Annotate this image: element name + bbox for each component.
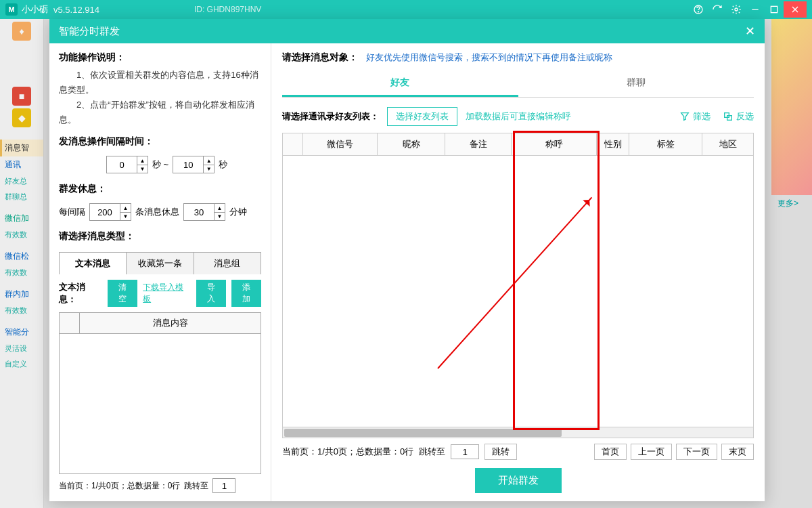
column-tag[interactable]: 标签	[629, 133, 702, 155]
grid-pager: 当前页：1/共0页；总数据量：0行 跳转至 跳转 首页 上一页 下一页 末页	[282, 444, 754, 460]
instruction-line: 2、点击“开始群发”按钮，将自动化群发相应消息。	[59, 98, 261, 127]
column-sex[interactable]: 性别	[597, 133, 629, 155]
column-nickname[interactable]: 昵称	[378, 133, 445, 155]
tab-message-group[interactable]: 消息组	[194, 253, 261, 274]
smart-broadcast-dialog: 智能分时群发 ✕ 功能操作说明： 1、依次设置相关群发的内容信息，支持16种消息…	[49, 19, 765, 501]
add-button[interactable]: 添加	[231, 280, 261, 307]
interval-to-stepper[interactable]: ▲▼	[173, 156, 215, 173]
jump-page-input[interactable]	[451, 444, 479, 459]
message-toolbar: 文本消息： 清空 下载导入模板 导入 添加	[59, 274, 261, 312]
interval-from-input[interactable]	[107, 156, 137, 173]
msg-jump-label: 跳转至	[184, 480, 208, 492]
column-area[interactable]: 地区	[702, 133, 753, 155]
right-panel: 请选择消息对象： 好友优先使用微信号搜索，搜索不到的情况下再使用备注或昵称 好友…	[271, 43, 765, 501]
dialog-header: 智能分时群发 ✕	[49, 19, 765, 43]
checkbox-header[interactable]	[60, 313, 80, 333]
interval-title: 发消息操作间隔时间：	[59, 135, 261, 148]
message-table-body	[60, 334, 261, 473]
seconds-between-label: 秒 ~	[152, 158, 168, 171]
spin-up-icon[interactable]: ▲	[137, 156, 148, 165]
msgtype-title: 请选择消息类型：	[59, 230, 261, 242]
message-pager: 当前页：1/共0页；总数据量：0行 跳转至	[59, 478, 261, 493]
jump-label: 跳转至	[419, 446, 445, 458]
left-panel: 功能操作说明： 1、依次设置相关群发的内容信息，支持16种消息类型。 2、点击“…	[49, 43, 271, 501]
svg-point-1	[698, 12, 698, 12]
invert-select-button[interactable]: 反选	[723, 110, 754, 123]
rest-every-input[interactable]	[90, 204, 120, 220]
message-content-header: 消息内容	[80, 313, 261, 333]
tab-groups[interactable]: 群聊	[518, 70, 754, 97]
rest-title: 群发休息：	[59, 183, 261, 195]
instructions-title: 功能操作说明：	[59, 51, 261, 64]
filter-button[interactable]: 筛选	[679, 110, 710, 123]
app-logo-icon: M	[5, 3, 18, 16]
invert-icon	[723, 111, 734, 122]
rest-sec-stepper[interactable]: ▲▼	[183, 203, 225, 221]
msgtype-tabs: 文本消息 收藏第一条 消息组	[59, 252, 261, 274]
scrollbar-thumb[interactable]	[284, 429, 562, 437]
column-wechat-id[interactable]: 微信号	[303, 133, 378, 155]
first-page-button[interactable]: 首页	[594, 444, 627, 460]
checkbox-column[interactable]	[283, 133, 303, 155]
filter-icon	[679, 111, 690, 122]
interval-to-input[interactable]	[173, 156, 203, 173]
spin-up-icon[interactable]: ▲	[215, 204, 225, 213]
clear-button[interactable]: 清空	[108, 280, 137, 307]
column-call[interactable]: 称呼	[512, 133, 597, 155]
rest-every-stepper[interactable]: ▲▼	[89, 203, 131, 221]
grid-header: 微信号 昵称 备注 称呼 性别 标签 地区	[283, 133, 753, 156]
select-friend-list-button[interactable]: 选择好友列表	[387, 107, 457, 126]
close-dialog-button[interactable]: ✕	[745, 24, 755, 39]
tab-text-message[interactable]: 文本消息	[60, 253, 127, 274]
spin-up-icon[interactable]: ▲	[204, 156, 214, 165]
target-tabs: 好友 群聊	[282, 70, 754, 98]
svg-rect-4	[771, 6, 777, 12]
download-template-link[interactable]: 下载导入模板	[143, 282, 191, 305]
jump-button[interactable]: 跳转	[484, 444, 517, 460]
tab-favorite-first[interactable]: 收藏第一条	[127, 253, 194, 274]
close-window-button[interactable]	[784, 1, 807, 18]
tab-friends[interactable]: 好友	[282, 70, 518, 97]
message-table: 消息内容	[59, 312, 261, 474]
rest-every-label: 每间隔	[59, 206, 85, 218]
after-load-hint: 加载数据后可直接编辑称呼	[466, 110, 571, 123]
maximize-button[interactable]	[765, 1, 784, 18]
text-message-label: 文本消息：	[59, 281, 102, 305]
friend-grid: 微信号 昵称 备注 称呼 性别 标签 地区	[282, 133, 754, 438]
app-name: 小小砺	[22, 3, 48, 16]
start-broadcast-button[interactable]: 开始群发	[475, 468, 562, 493]
help-icon[interactable]	[689, 1, 708, 18]
pager-info: 当前页：1/共0页；总数据量：0行	[282, 446, 413, 458]
spin-down-icon[interactable]: ▼	[120, 213, 131, 221]
horizontal-scrollbar[interactable]	[283, 427, 753, 438]
rest-sec-input[interactable]	[184, 204, 214, 220]
msg-jump-input[interactable]	[212, 478, 235, 493]
app-version: v5.5.12.914	[53, 5, 99, 15]
contact-list-label: 请选择通讯录好友列表：	[282, 110, 379, 123]
spin-down-icon[interactable]: ▼	[215, 213, 225, 221]
next-page-button[interactable]: 下一页	[676, 444, 717, 460]
spin-down-icon[interactable]: ▼	[137, 165, 148, 173]
select-target-label: 请选择消息对象：	[282, 51, 358, 64]
search-hint: 好友优先使用微信号搜索，搜索不到的情况下再使用备注或昵称	[366, 51, 612, 64]
grid-body	[283, 156, 753, 427]
spin-up-icon[interactable]: ▲	[120, 204, 131, 213]
dialog-title: 智能分时群发	[59, 25, 120, 38]
interval-from-stepper[interactable]: ▲▼	[106, 156, 148, 173]
column-remark[interactable]: 备注	[445, 133, 512, 155]
settings-icon[interactable]	[727, 1, 746, 18]
prev-page-button[interactable]: 上一页	[631, 444, 672, 460]
rest-msg-label: 条消息休息	[135, 206, 179, 218]
last-page-button[interactable]: 末页	[721, 444, 754, 460]
spin-down-icon[interactable]: ▼	[204, 165, 214, 173]
rest-minute-label: 分钟	[229, 206, 247, 218]
seconds-suffix-label: 秒	[219, 158, 227, 171]
msg-pager-info: 当前页：1/共0页；总数据量：0行	[59, 480, 180, 492]
import-button[interactable]: 导入	[196, 280, 226, 307]
app-id: ID: GHDN897HNV	[194, 5, 261, 14]
minimize-button[interactable]	[746, 1, 765, 18]
instruction-line: 1、依次设置相关群发的内容信息，支持16种消息类型。	[59, 68, 261, 98]
svg-point-2	[735, 8, 738, 11]
refresh-icon[interactable]	[708, 1, 727, 18]
app-titlebar: M 小小砺 v5.5.12.914 ID: GHDN897HNV	[0, 0, 812, 19]
